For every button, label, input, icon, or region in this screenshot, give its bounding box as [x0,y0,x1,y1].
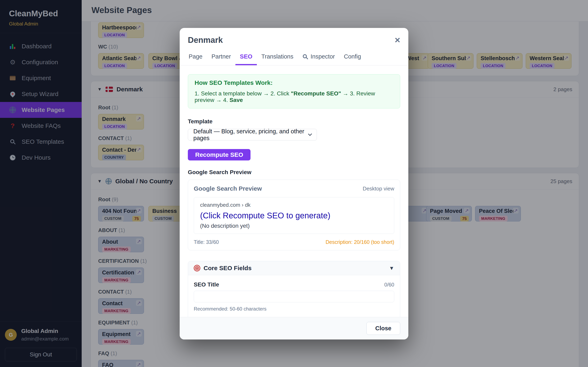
callout-heading: How SEO Templates Work: [195,79,393,86]
tab-label: SEO [240,53,252,60]
seo-title-hint: Recommended: 50-60 characters [194,306,394,312]
callout-bold-recompute: "Recompute SEO" [291,90,341,97]
modal-header: Denmark × [180,28,408,50]
template-select-value: Default — Blog, service, pricing, and ot… [193,128,309,142]
callout-bold-save: Save [229,97,243,103]
preview-card-header: Google Search Preview Desktop view [194,185,394,192]
tab-label: Config [344,53,361,60]
search-icon [303,54,307,58]
seo-title-label: SEO Title [194,281,219,288]
seo-title-label-row: SEO Title 0/60 [194,281,394,288]
title-counter: Title: 33/60 [194,239,219,245]
core-seo-fields-body: SEO Title 0/60 Recommended: 50-60 charac… [188,275,400,317]
search-result-preview: cleanmybed.com › dk (Click Recompute SEO… [194,197,394,234]
modal-tabs: Page Partner SEO Translations Inspector … [180,50,408,66]
close-icon[interactable]: × [395,35,400,45]
template-select[interactable]: Default — Blog, service, pricing, and ot… [188,129,317,141]
core-seo-fields-header[interactable]: Core SEO Fields ▼ [188,261,400,275]
tab-inspector[interactable]: Inspector [298,50,339,65]
core-seo-fields-section: Core SEO Fields ▼ SEO Title 0/60 Recomme… [188,261,400,317]
seo-title-counter: 0/60 [384,282,394,288]
tab-label: Translations [261,53,293,60]
template-label: Template [188,118,400,125]
tab-label: Inspector [311,53,335,60]
modal-title: Denmark [188,35,223,45]
tab-page[interactable]: Page [184,50,207,65]
tab-translations[interactable]: Translations [257,50,298,65]
tab-seo[interactable]: SEO [235,50,257,65]
recompute-seo-button[interactable]: Recompute SEO [188,149,251,160]
denmark-seo-modal: Denmark × Page Partner SEO Translations … [180,28,408,340]
close-button[interactable]: Close [366,322,400,335]
seo-title-input[interactable] [194,291,394,302]
preview-card-title: Google Search Preview [194,185,262,192]
core-seo-fields-title: Core SEO Fields [204,265,251,272]
result-url: cleanmybed.com › dk [200,202,388,208]
tab-label: Page [189,53,203,60]
google-search-preview-card: Google Search Preview Desktop view clean… [188,180,400,250]
seo-how-it-works-callout: How SEO Templates Work: 1. Select a temp… [188,74,400,108]
modal-body: How SEO Templates Work: 1. Select a temp… [180,66,408,317]
target-icon [194,265,200,271]
collapse-caret-icon[interactable]: ▼ [389,265,394,271]
result-headline: (Click Recompute SEO to generate) [200,211,388,220]
description-counter-warning: Description: 20/160 (too short) [326,239,394,245]
google-search-preview-label: Google Search Preview [188,169,400,175]
tab-config[interactable]: Config [339,50,365,65]
tab-partner[interactable]: Partner [207,50,235,65]
core-seo-fields-title-row: Core SEO Fields [194,265,251,272]
result-description: (No description yet) [200,223,388,229]
modal-footer: Close [180,317,408,340]
preview-view-mode: Desktop view [363,185,394,192]
preview-counters: Title: 33/60 Description: 20/160 (too sh… [194,239,394,245]
callout-step-text: 1. Select a template below → 2. Click [195,90,291,97]
tab-label: Partner [212,53,231,60]
callout-steps: 1. Select a template below → 2. Click "R… [195,90,393,103]
